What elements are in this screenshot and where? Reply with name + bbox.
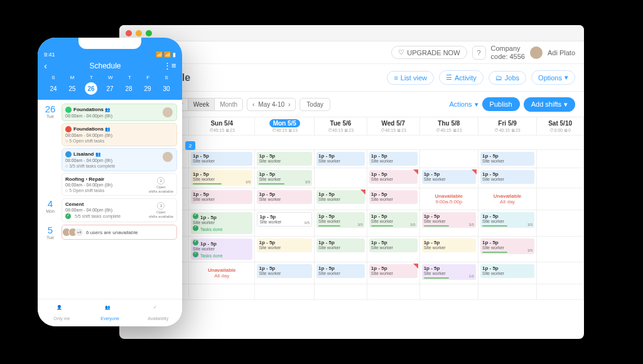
tab-everyone[interactable]: 👥Everyone	[86, 299, 134, 326]
date-pill[interactable]: 24	[47, 82, 60, 95]
shift-cell[interactable]: 1p - 5pSite worker	[369, 152, 418, 166]
shift-cell[interactable]: 1p - 5pSite worker	[191, 190, 252, 204]
unavailable-cell: UnavailableAll day	[190, 264, 253, 282]
date-pill[interactable]: 30	[160, 82, 173, 95]
maximize-dot[interactable]	[146, 30, 152, 36]
shift-cell[interactable]: 1p - 5pSite worker0/5	[257, 212, 312, 227]
window-titlebar	[119, 25, 584, 41]
open-shifts-tag: 3Openshifts available	[149, 202, 173, 218]
weekday-label: W	[108, 75, 113, 80]
day-column[interactable]: Thu 5/8⏱40:15 🗎23	[419, 117, 478, 136]
shift-cell[interactable]: 1p - 5pSite workerTasks done	[191, 238, 252, 260]
shift-cell[interactable]: 1p - 5pSite worker	[257, 264, 312, 278]
shift-cell[interactable]: 1p - 5pSite worker	[316, 190, 365, 204]
actions-menu[interactable]: Actions ▾	[450, 100, 478, 109]
date-pill[interactable]: 25	[66, 82, 78, 95]
next-icon[interactable]: ›	[288, 101, 290, 108]
shift-cell[interactable]: 1p - 5pSite worker	[422, 238, 476, 252]
weekday-label: M	[70, 75, 75, 80]
employee-row: Jerome Elliott⏱ 45 🗎 191p - 5pSite worke…	[120, 188, 584, 210]
date-pill[interactable]: 29	[141, 82, 154, 95]
prev-icon[interactable]: ‹	[252, 101, 254, 108]
alert-flag-icon	[360, 190, 365, 195]
activity-button[interactable]: ☰ Activity	[439, 70, 484, 85]
avatar[interactable]	[530, 46, 543, 59]
back-icon[interactable]: ‹	[44, 60, 47, 71]
help-icon[interactable]: ?	[472, 46, 486, 60]
shift-cell[interactable]: 1p - 5pSite worker3/5	[480, 212, 534, 228]
unavailable-cell: Unavailable9:00a-5:00p	[421, 190, 477, 208]
seg-week[interactable]: Week	[188, 99, 215, 110]
phone-tabbar: 👤Only me 👥Everyone ✓Availability	[38, 299, 182, 326]
shift-cell[interactable]: 1p - 5pSite worker3/5	[316, 212, 365, 228]
day-column[interactable]: Sat 5/10⏱0:00 🗎0	[537, 117, 584, 136]
day-column[interactable]: Tue 5/6⏱40:15 🗎23	[315, 117, 367, 136]
assignee-avatar	[163, 107, 173, 117]
shift-cell[interactable]: 1p - 5pSite worker3/5	[257, 170, 312, 186]
shift-cell[interactable]: 1p - 5pSite worker3/5	[191, 170, 252, 186]
weekday-label: S	[165, 75, 168, 80]
top-bar: team ♡ UPGRADE NOW ? Companycode: 4556 A…	[119, 41, 584, 64]
phone-shift-card[interactable]: Roofing › Repair 08:00am - 04:00pm (8h)○…	[62, 173, 177, 196]
shift-cell[interactable]: 1p - 5pSite worker3/5	[369, 212, 418, 228]
close-dot[interactable]	[126, 30, 132, 36]
date-row: 24252627282930	[44, 82, 176, 95]
phone-mock: 9:41📶 📶 ▮ ‹ Schedule ⋮≡ SMTWTFS 24252627…	[38, 38, 182, 326]
shift-cell[interactable]: 1p - 5pSite worker	[480, 170, 534, 184]
day-column[interactable]: Mon 5/5⏱40:15 🗎23	[255, 117, 315, 136]
day-column[interactable]: Wed 5/7⏱40:15 🗎23	[367, 117, 419, 136]
date-pill[interactable]: 26	[85, 82, 97, 95]
shift-cell[interactable]: 1p - 5pSite worker	[480, 264, 534, 278]
phone-shift-card[interactable]: Cement 08:00am - 04:00pm (8h)5/5 shift t…	[62, 198, 177, 222]
list-view-button[interactable]: ≡ List view	[387, 71, 434, 85]
minimize-dot[interactable]	[136, 30, 142, 36]
add-shifts-button[interactable]: Add shifts ▾	[524, 97, 575, 112]
alert-flag-icon	[413, 169, 418, 174]
check-icon	[193, 225, 198, 231]
day-column[interactable]: Sun 5/4⏱40:15 🗎23	[189, 117, 255, 136]
people-icon: 👥	[105, 107, 111, 112]
upgrade-button[interactable]: ♡ UPGRADE NOW	[391, 46, 467, 59]
phone-shift-card[interactable]: Foundations 👥08:00am - 04:00pm (8h)○ 5 O…	[62, 123, 177, 146]
shift-cell[interactable]: 1p - 5pSite worker	[257, 152, 312, 166]
shift-cell[interactable]: 1p - 5pSite worker	[257, 190, 312, 204]
publish-button[interactable]: Publish	[482, 97, 520, 111]
unavailable-warning[interactable]: +46 users are unavailable	[62, 225, 177, 240]
notification-badge[interactable]: 2	[185, 141, 195, 150]
phone-shift-card[interactable]: Foundations 👥08:00am - 04:00pm (8h)	[62, 104, 177, 121]
date-pill[interactable]: 27	[104, 82, 116, 95]
status-icons: 📶 📶 ▮	[156, 51, 176, 58]
date-range[interactable]: ‹ May 4-10 ›	[247, 98, 296, 111]
phone-title: Schedule	[89, 62, 121, 70]
shift-cell[interactable]: 1p - 5pSite worker	[316, 152, 365, 166]
check-icon	[193, 213, 198, 219]
shift-cell[interactable]: 1p - 5pSite worker	[422, 170, 476, 184]
today-button[interactable]: Today	[300, 98, 330, 111]
shift-cell[interactable]: 1p - 5pSite worker	[257, 238, 312, 252]
options-button[interactable]: Options ▾	[531, 70, 575, 85]
alert-flag-icon	[413, 264, 418, 269]
shift-cell[interactable]: 1p - 5pSite workerTasks done	[191, 212, 252, 233]
shift-cell[interactable]: 1p - 5pSite worker	[316, 238, 365, 252]
jobs-button[interactable]: 🗂 Jobs	[489, 71, 526, 85]
shift-cell[interactable]: 1p - 5pSite worker3/5	[422, 212, 476, 228]
shift-cell[interactable]: 1p - 5pSite worker	[369, 170, 418, 184]
day-column[interactable]: Fri 5/9⏱40:15 🗎23	[478, 117, 536, 136]
seg-month[interactable]: Month	[215, 99, 242, 110]
shift-cell[interactable]: 1p - 5pSite worker	[369, 190, 418, 204]
date-pill[interactable]: 28	[122, 82, 135, 95]
shift-cell[interactable]: 1p - 5pSite worker1/2	[422, 264, 476, 280]
shift-cell[interactable]: 1p - 5pSite worker	[480, 152, 534, 166]
shift-cell[interactable]: 1p - 5pSite worker3/5	[480, 238, 534, 254]
phone-shift-card[interactable]: Lisaland 👥08:00am - 04:00pm (8h)○ 3/5 sh…	[62, 148, 177, 171]
tab-only-me[interactable]: 👤Only me	[38, 299, 86, 326]
shift-cell[interactable]: 1p - 5pSite worker	[369, 264, 418, 278]
phone-schedule-list[interactable]: 26TueFoundations 👥08:00am - 04:00pm (8h)…	[38, 100, 182, 294]
employee-row: Mario Watte...⏱ 30 🗎 231p - 5pSite worke…	[120, 168, 584, 188]
list-icon[interactable]: ⋮≡	[163, 61, 176, 70]
tab-availability[interactable]: ✓Availability	[134, 299, 182, 326]
shift-cell[interactable]: 1p - 5pSite worker	[369, 238, 418, 252]
user-name[interactable]: Adi Plato	[548, 49, 575, 56]
shift-cell[interactable]: 1p - 5pSite worker	[316, 264, 365, 278]
shift-cell[interactable]: 1p - 5pSite worker	[191, 152, 252, 166]
